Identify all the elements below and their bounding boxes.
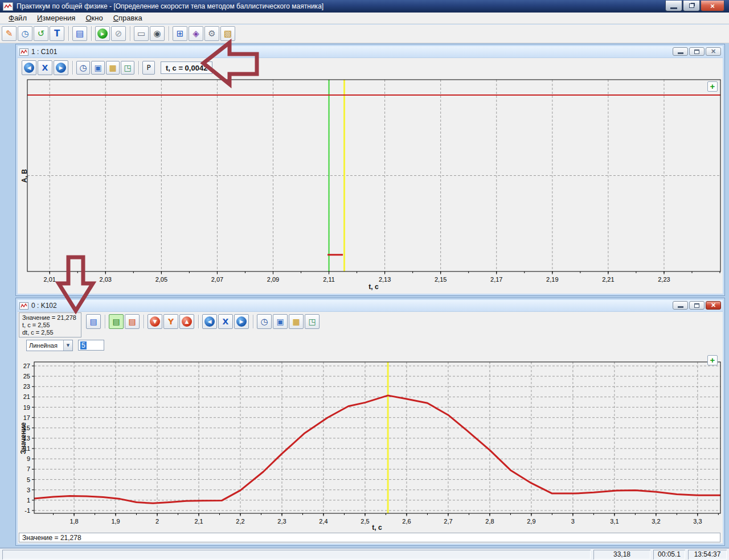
help-book-icon: ▧ [224,28,232,39]
y-tick-label: 21 [23,393,30,400]
c101-add-button[interactable]: + [707,81,718,92]
x-tick-label: 2,4 [319,518,327,525]
stopwatch-button[interactable]: ◷ [257,314,272,329]
k102-minimize-button[interactable] [673,301,688,310]
k102-title-bar[interactable]: 0 : K102 ✕ [18,300,723,312]
c101-close-button[interactable]: ✕ [706,47,721,56]
maximize-icon [694,50,699,54]
toolbar-separator [130,26,131,41]
restore-button[interactable] [683,1,700,11]
play-button[interactable]: ▶ [95,26,110,41]
next-interval-button[interactable]: ▶ [54,60,68,75]
x-tick-label: 2,11 [323,276,335,283]
up-arrow-icon: ▲ [182,316,192,327]
t-square-button[interactable]: T [50,26,64,41]
copy-table-button[interactable]: ▦ [106,61,120,75]
save-image-button[interactable]: ▣ [273,314,288,329]
close-icon: × [710,2,715,10]
gear-icon: ⚙ [208,28,215,39]
stop-button[interactable]: ⊘ [111,26,126,41]
close-button[interactable]: × [701,1,724,11]
y-tick-label: 19 [23,404,30,411]
close-icon: ✕ [711,302,716,308]
x-tick-label: 2,15 [435,276,447,283]
table-view-red-button[interactable]: ▤ [125,314,140,329]
x-tick-label: 2,8 [485,518,494,525]
x-tick-label: 2,17 [490,276,502,283]
toolbar-separator [138,61,140,75]
green-table-icon: ▤ [112,317,120,326]
next-interval-button[interactable]: ▶ [234,314,249,329]
y-tick-label: 23 [23,383,30,390]
scale-up-button[interactable]: ▲ [179,314,194,329]
y-tick-label: 7 [27,466,30,472]
y-axis-button[interactable]: Y [163,314,178,329]
chart-zoom-icon: ◳ [308,317,316,326]
menu-item-file[interactable]: Файл [3,13,32,23]
c101-window-controls: ✕ [671,47,721,56]
play-icon: ▶ [97,28,108,39]
scale-select-value: Линейная [27,342,63,349]
c101-maximize-button[interactable] [689,47,705,56]
panel-button[interactable]: ▭ [134,26,149,41]
chart-k102[interactable]: 1,81,922,12,22,32,42,52,62,72,82,933,13,… [19,351,723,532]
status-timer-panel: 00:05.1 [653,550,685,559]
x-tick-label: 3,1 [610,518,619,525]
delete-interval-button[interactable]: X [38,60,52,75]
x-tick-label: 2,09 [267,276,279,283]
k102-close-button[interactable]: ✕ [706,301,721,310]
menu-item-help[interactable]: Справка [108,13,148,23]
application-window: Практикум по общей физике - [Определение… [0,0,729,560]
readout-time: t, c = 2,55 [22,322,78,329]
menu-bar: Файл Измерения Окно Справка [0,13,729,24]
clock-icon: ◷ [21,28,28,39]
cursor-readout-panel: Значение = 21,278 t, c = 2,55 dt, c = 2,… [19,312,81,337]
clock-button[interactable]: ◷ [18,26,32,41]
y-tick-label: 25 [23,373,30,380]
prev-interval-button[interactable]: ◀ [202,314,217,329]
delete-interval-button[interactable]: X [218,314,233,329]
tree-button[interactable]: ⊞ [173,26,187,41]
x-icon: X [42,63,48,72]
c101-title: 1 : C101 [31,48,57,56]
p-button[interactable]: P [142,61,155,75]
save-image-button[interactable]: ▣ [91,61,105,75]
x-tick-label: 2,1 [194,518,203,525]
table-icon: ▦ [292,317,300,326]
minimize-button[interactable] [665,1,682,11]
chart-zoom-button[interactable]: ◳ [121,61,134,75]
options-list-button[interactable]: ▤ [72,26,87,41]
minimize-icon [670,7,677,9]
points-input[interactable]: 5 [78,340,104,351]
prev-interval-button[interactable]: ◀ [22,60,36,75]
help-book-button[interactable]: ▧ [220,26,235,41]
c101-minimize-button[interactable] [673,47,688,56]
table-view-green-button[interactable]: ▤ [109,314,124,329]
gear-button[interactable]: ⚙ [204,26,219,41]
undo-export-button[interactable]: ↺ [34,26,48,41]
x-tick-label: 2,23 [658,276,670,283]
chevron-down-icon[interactable]: ▼ [63,340,72,351]
edit-pencil-button[interactable]: ✎ [2,26,17,41]
c101-title-bar[interactable]: 1 : C101 ✕ [18,46,723,58]
k102-window-controls: ✕ [671,301,721,310]
y-tick-label: 5 [27,476,30,483]
chart-zoom-button[interactable]: ◳ [305,314,320,329]
copy-table-button[interactable]: ▦ [289,314,304,329]
x-tick-label: 2,07 [211,276,223,283]
k102-add-button[interactable]: + [707,355,718,365]
stopwatch-button[interactable]: ◷ [76,61,90,75]
x-tick-label: 3,2 [652,518,660,525]
stop-icon: ⊘ [115,28,122,39]
status-measure-panel: 33,18 [593,550,650,559]
options-list-button[interactable]: ▤ [86,314,101,329]
chart-c101[interactable]: 2,012,032,052,072,092,112,132,152,172,19… [19,77,723,291]
package-button[interactable]: ◈ [189,26,203,41]
toolbar-separator [169,26,170,41]
k102-maximize-button[interactable] [689,301,705,310]
camera-button[interactable]: ◉ [150,26,165,41]
menu-item-window[interactable]: Окно [80,13,108,23]
scale-down-button[interactable]: ▼ [148,314,162,329]
scale-select[interactable]: Линейная ▼ [26,340,73,351]
menu-item-measurements[interactable]: Измерения [32,13,80,23]
